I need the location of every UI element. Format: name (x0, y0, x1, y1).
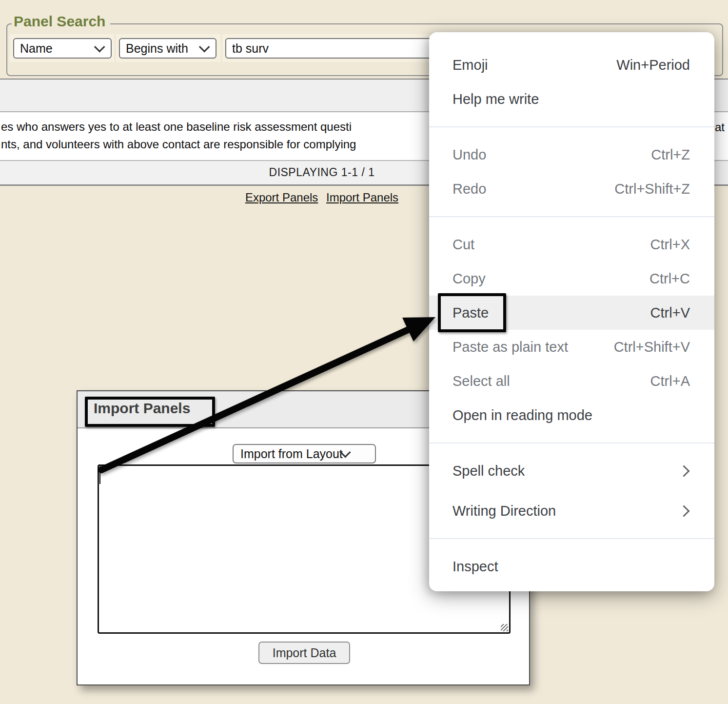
shortcut-label: Ctrl+A (650, 373, 690, 389)
menu-divider (429, 538, 714, 539)
shortcut-label: Ctrl+V (650, 305, 690, 321)
menu-item-help-me-write[interactable]: Help me write (429, 82, 714, 116)
import-data-button[interactable]: Import Data (258, 642, 350, 664)
chevron-right-icon (678, 505, 689, 517)
shortcut-label: Ctrl+C (649, 271, 690, 287)
result-row-text-line1: es who answers yes to at least one basel… (1, 118, 356, 136)
resize-grip-icon[interactable] (501, 624, 508, 631)
chevron-right-icon (678, 465, 689, 477)
import-layout-select[interactable]: Import from Layout (233, 444, 376, 463)
result-row-text-line2: nts, and volunteers with above contact a… (1, 136, 356, 153)
menu-item-spell-check[interactable]: Spell check (429, 454, 714, 488)
menu-item-redo[interactable]: Redo Ctrl+Shift+Z (429, 172, 714, 206)
menu-item-paste[interactable]: Paste Ctrl+V (429, 296, 714, 330)
panel-search-legend: Panel Search (12, 12, 110, 31)
shortcut-label: Ctrl+Z (651, 147, 690, 163)
import-panels-link[interactable]: Import Panels (326, 191, 398, 204)
export-panels-link[interactable]: Export Panels (245, 191, 318, 204)
menu-item-select-all[interactable]: Select all Ctrl+A (429, 364, 714, 398)
search-operator-select-value: Begins with (126, 41, 202, 56)
shortcut-label: Win+Period (616, 57, 690, 73)
menu-item-copy[interactable]: Copy Ctrl+C (429, 261, 714, 296)
menu-item-emoji[interactable]: Emoji Win+Period (429, 48, 714, 82)
menu-divider (429, 443, 714, 443)
clipped-text-fragment: at (715, 121, 725, 134)
import-panels-dialog-title: Import Panels (94, 400, 190, 417)
menu-item-paste-as-plain-text[interactable]: Paste as plain text Ctrl+Shift+V (429, 330, 714, 364)
shortcut-label: Ctrl+X (650, 237, 690, 253)
page: Panel Search Name Begins with es who ans… (0, 0, 728, 704)
search-field-select-value: Name (20, 41, 97, 56)
menu-divider (429, 126, 714, 127)
search-operator-select[interactable]: Begins with (119, 38, 216, 59)
shortcut-label: Ctrl+Shift+Z (614, 181, 690, 197)
menu-item-inspect[interactable]: Inspect (429, 549, 714, 583)
text-cursor (99, 465, 100, 484)
menu-item-open-in-reading-mode[interactable]: Open in reading mode (429, 398, 714, 432)
menu-divider (429, 216, 714, 217)
result-row-text: es who answers yes to at least one basel… (1, 118, 356, 153)
menu-item-undo[interactable]: Undo Ctrl+Z (429, 138, 714, 172)
menu-item-writing-direction[interactable]: Writing Direction (429, 494, 714, 528)
import-layout-select-value: Import from Layout (240, 447, 343, 461)
menu-item-cut[interactable]: Cut Ctrl+X (429, 227, 714, 261)
search-field-select[interactable]: Name (13, 38, 112, 59)
shortcut-label: Ctrl+Shift+V (614, 339, 690, 355)
context-menu: Emoji Win+Period Help me write Undo Ctrl… (429, 32, 714, 591)
